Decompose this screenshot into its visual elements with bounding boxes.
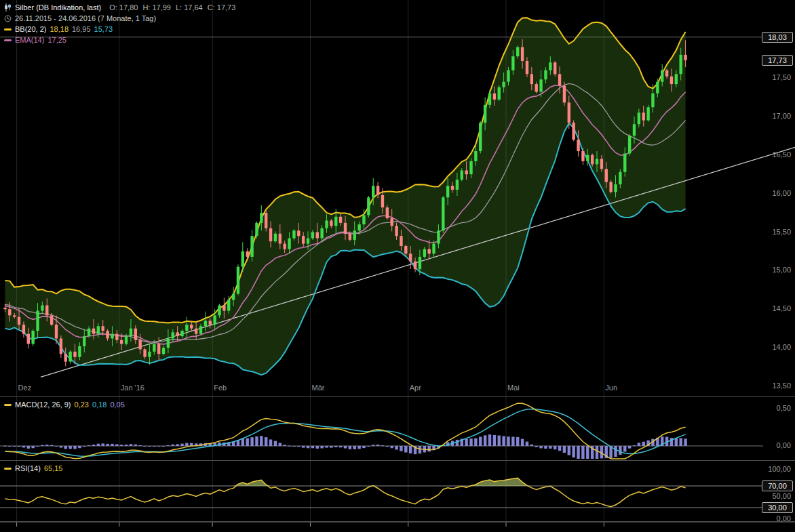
ema-line-swatch bbox=[4, 39, 12, 41]
date-range: 26.11.2015 - 24.06.2016 (7 Monate, 1 Tag… bbox=[15, 14, 156, 22]
trading-chart-app: Silber (DB Indikation, last) O: 17,80H: … bbox=[0, 0, 795, 532]
low-value: L: 17,64 bbox=[176, 3, 203, 12]
bb-lower-value: 15,73 bbox=[94, 25, 113, 33]
bb-middle-value: 16,95 bbox=[72, 25, 91, 33]
candlestick-chart-icon bbox=[4, 3, 12, 12]
rsi-value: 65,15 bbox=[44, 464, 63, 472]
ema-legend-label: EMA(14) bbox=[15, 36, 44, 44]
macd-hist-value: 0,05 bbox=[110, 401, 124, 409]
rsi-line-swatch bbox=[4, 468, 12, 470]
bb-line-swatch bbox=[4, 28, 12, 30]
macd-legend-label: MACD(12, 26, 9) bbox=[15, 401, 71, 409]
ema-value: 17,25 bbox=[47, 36, 66, 44]
high-value: H: 17,99 bbox=[142, 3, 171, 12]
bb-legend[interactable]: BB(20, 2) 18,18 16,95 15,73 bbox=[4, 24, 235, 35]
timeline-axis bbox=[0, 522, 795, 532]
ema-legend[interactable]: EMA(14) 17,25 bbox=[4, 35, 235, 45]
instrument-title: Silber (DB Indikation, last) bbox=[15, 3, 101, 12]
macd-value: 0,23 bbox=[75, 401, 89, 409]
instrument-header: Silber (DB Indikation, last) O: 17,80H: … bbox=[4, 2, 235, 13]
rsi-legend[interactable]: RSI(14) 65,15 bbox=[4, 463, 62, 474]
candlestick-chart[interactable] bbox=[0, 0, 795, 396]
date-range-row: 26.11.2015 - 24.06.2016 (7 Monate, 1 Tag… bbox=[4, 13, 235, 24]
macd-line-swatch bbox=[4, 404, 12, 406]
macd-legend[interactable]: MACD(12, 26, 9) 0,23 0,18 0,05 bbox=[4, 399, 125, 410]
clock-icon bbox=[4, 15, 12, 22]
bb-legend-label: BB(20, 2) bbox=[15, 25, 46, 33]
rsi-chart[interactable] bbox=[0, 461, 795, 521]
ohlc-readout: O: 17,80H: 17,99L: 17,64C: 17,73 bbox=[104, 3, 235, 12]
rsi-legend-label: RSI(14) bbox=[15, 464, 41, 472]
macd-signal-value: 0,18 bbox=[92, 401, 106, 409]
open-value: O: 17,80 bbox=[109, 3, 138, 12]
bb-upper-value: 18,18 bbox=[50, 25, 69, 33]
close-value: C: 17,73 bbox=[208, 3, 236, 12]
